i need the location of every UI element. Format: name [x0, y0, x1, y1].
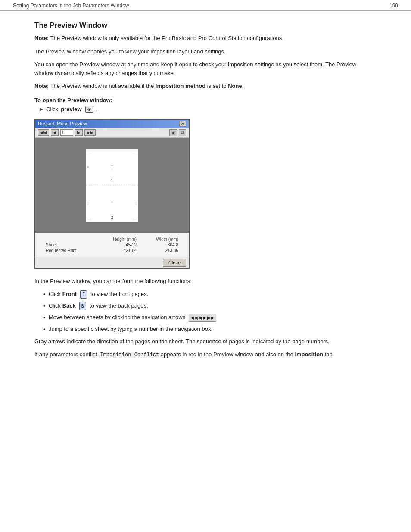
win-toolbar-right: ▣ ⧉ — [169, 129, 186, 136]
note2-end: . — [242, 83, 244, 89]
front-bold: Front — [62, 291, 77, 297]
win-toolbar: ◀◀ ◀ ▶ ▶▶ ▣ ⧉ — [35, 128, 189, 138]
mark-tr: — — [133, 149, 137, 154]
step1-bold: preview — [61, 106, 81, 112]
page-top: — — = ↑ 1 — [86, 149, 138, 186]
arrow-up-top: ↑ — [110, 162, 115, 171]
page-num-top: 1 — [111, 178, 113, 183]
bullet-back: Click Back B to view the back pages. — [43, 302, 377, 311]
page-header: Setting Parameters in the Job Parameters… — [0, 0, 411, 11]
nav-arrows-icon: ◀◀ ◀ ▶ ▶▶ — [189, 314, 216, 322]
toolbar-first-btn[interactable]: ◀◀ — [38, 129, 49, 136]
col-header-width: Width (mm) — [140, 236, 182, 242]
para5-prefix: If any parameters conflict, — [34, 351, 100, 358]
row-label-reqprint: Requested Print — [42, 248, 97, 253]
bullet-front-suffix: to view the front pages. — [90, 290, 148, 299]
preview-window: Dessert_Menu Preview ✕ ◀◀ ◀ ▶ ▶▶ ▣ ⧉ — —… — [34, 119, 190, 269]
page-content: The Preview Window Note: The Preview win… — [0, 11, 411, 380]
bullet-jump: Jump to a specific sheet by typing a num… — [43, 325, 377, 334]
mark-bl: — — [87, 217, 91, 221]
mark-mr: = — [135, 201, 137, 205]
col-header-height: Height (mm) — [97, 236, 140, 242]
note2-suffix: is set to — [206, 83, 228, 89]
reqprint-width: 213.36 — [140, 248, 182, 253]
mark-br: — — [133, 217, 137, 221]
win-close-x[interactable]: ✕ — [179, 121, 186, 127]
step1-prefix: Click — [46, 106, 58, 112]
mark-ml: = — [87, 165, 89, 169]
toolbar-prev-btn[interactable]: ◀ — [51, 129, 59, 136]
step-1: ➤ Click preview 👁 . — [39, 106, 377, 113]
step-list: ➤ Click preview 👁 . — [39, 106, 377, 113]
sheet-height: 457.2 — [97, 242, 140, 248]
close-button[interactable]: Close — [163, 259, 186, 267]
bullet-front: Click Front F to view the front pages. — [43, 290, 377, 299]
note2-text: The Preview window is not available if t… — [49, 83, 156, 89]
table-row-sheet: Sheet 457.2 304.8 — [42, 242, 182, 248]
front-icon: F — [80, 290, 87, 299]
bullet-jump-text: Jump to a specific sheet by typing a num… — [49, 325, 212, 333]
note2: Note: The Preview window is not availabl… — [34, 82, 377, 90]
header-right: 199 — [389, 3, 398, 9]
page-sheet: — — = ↑ 1 = = ↑ 3 — — — [86, 149, 138, 222]
sheet-width: 304.8 — [140, 242, 182, 248]
note2-label: Note: — [34, 83, 49, 89]
para4: Gray arrows indicate the direction of th… — [34, 337, 377, 346]
toolbar-view2-btn[interactable]: ⧉ — [179, 129, 186, 136]
bullet-nav-text: Move between sheets by clicking the navi… — [49, 313, 185, 322]
toolbar-last-btn[interactable]: ▶▶ — [84, 129, 96, 136]
arrow-up-bottom: ↑ — [110, 199, 115, 208]
back-icon: B — [79, 302, 86, 310]
toolbar-view1-btn[interactable]: ▣ — [169, 129, 177, 136]
win-view-area: — — = ↑ 1 = = ↑ 3 — — — [35, 138, 189, 233]
bullet-back-suffix: to view the back pages. — [90, 302, 148, 310]
win-data-area: Height (mm) Width (mm) Sheet 457.2 304.8… — [35, 233, 189, 257]
page-bottom: = = ↑ 3 — — — [86, 185, 138, 222]
step-arrow: ➤ — [39, 106, 44, 112]
note1-text: The Preview window is only available for… — [49, 35, 283, 41]
para3: In the Preview window, you can perform t… — [34, 277, 377, 286]
note2-bold: Imposition method — [156, 83, 206, 89]
row-label-sheet: Sheet — [42, 242, 97, 248]
step1-period: . — [96, 106, 98, 112]
para2: You can open the Preview window at any t… — [34, 60, 377, 78]
back-bold: Back — [62, 302, 76, 309]
note-block-1: Note: The Preview window is only availab… — [34, 35, 377, 41]
mark-ml2: = — [87, 201, 89, 205]
page-num-bottom: 3 — [111, 215, 113, 220]
bullet-front-prefix: Click Front — [49, 290, 77, 299]
para5-suffix: appears in red in the Preview window and… — [159, 351, 295, 358]
note2-none: None — [228, 83, 242, 89]
header-left: Setting Parameters in the Job Parameters… — [13, 3, 129, 9]
note1-label: Note: — [34, 35, 49, 41]
win-titlebar: Dessert_Menu Preview ✕ — [35, 120, 189, 128]
bullet-list: Click Front F to view the front pages. C… — [43, 290, 377, 334]
para5-end: tab. — [323, 351, 334, 358]
para5-bold: Imposition — [295, 351, 323, 358]
reqprint-height: 421.64 — [97, 248, 140, 253]
win-title: Dessert_Menu Preview — [38, 121, 87, 126]
para5-mono: Imposition Conflict — [100, 352, 159, 358]
toolbar-page-input[interactable] — [60, 129, 73, 136]
mark-tl: — — [87, 149, 91, 154]
preview-icon: 👁 — [85, 106, 93, 113]
toolbar-next-btn[interactable]: ▶ — [75, 129, 83, 136]
para5: If any parameters conflict, Imposition C… — [34, 350, 377, 359]
para1: The Preview window enables you to view y… — [34, 47, 377, 56]
procedure-heading: To open the Preview window: — [34, 97, 377, 103]
win-footer: Close — [35, 257, 189, 268]
table-row-reqprint: Requested Print 421.64 213.36 — [42, 248, 182, 253]
bullet-nav: Move between sheets by clicking the navi… — [43, 313, 377, 322]
section-title: The Preview Window — [34, 21, 377, 30]
data-table: Height (mm) Width (mm) Sheet 457.2 304.8… — [42, 236, 182, 253]
bullet-back-prefix: Click Back — [49, 302, 76, 310]
